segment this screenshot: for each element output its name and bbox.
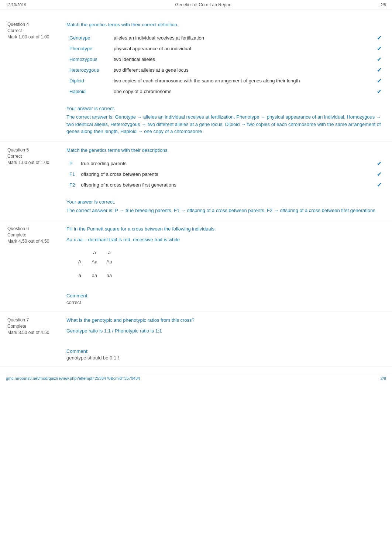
match-def: offspring of a cross between parents bbox=[78, 169, 374, 180]
q4-answer-section: Your answer is correct. The correct answ… bbox=[66, 102, 385, 135]
q5-answer-correct: Your answer is correct. bbox=[66, 199, 385, 205]
question-4-block: Question 4 Correct Mark 1.00 out of 1.00… bbox=[0, 16, 392, 141]
question-7-block: Question 7 Complete Mark 3.50 out of 4.5… bbox=[0, 311, 392, 367]
question-6-body: Fill in the Punnett square for a cross b… bbox=[63, 226, 385, 305]
punnett-cell-value: Aa bbox=[87, 257, 102, 266]
q6-comment-text: correct bbox=[66, 300, 385, 305]
table-row: Heterozygous two different alleles at a … bbox=[66, 65, 385, 75]
question-6-meta: Question 6 Complete Mark 4.50 out of 4.5… bbox=[7, 226, 63, 305]
match-def: offspring of a cross between first gener… bbox=[78, 180, 374, 190]
table-row: Phenotype physical appearance of an indi… bbox=[66, 43, 385, 54]
q4-prompt: Match the genetics terms with their corr… bbox=[66, 22, 385, 27]
table-row: Diploid two copies of each chromosome wi… bbox=[66, 75, 385, 86]
match-term: F2 bbox=[66, 180, 78, 190]
match-def: true breeding parents bbox=[78, 158, 374, 169]
q6-mark: Mark 4.50 out of 4.50 bbox=[7, 239, 63, 244]
q5-status: Correct bbox=[7, 154, 63, 159]
punnett-spacer-row bbox=[72, 267, 117, 270]
q5-match-table: P true breeding parents ✔ F1 offspring o… bbox=[66, 158, 385, 190]
question-5-body: Match the genetics terms with their desc… bbox=[63, 147, 385, 214]
question-7-body: What is the genotypic and phenotypic rat… bbox=[63, 317, 385, 361]
table-row: Homozygous two identical alleles ✔ bbox=[66, 54, 385, 65]
q6-comment-section: Comment: correct bbox=[66, 293, 385, 305]
check-icon: ✔ bbox=[374, 54, 385, 65]
q5-label: Question 5 bbox=[7, 147, 63, 153]
q4-status: Correct bbox=[7, 28, 63, 33]
main-content: Question 4 Correct Mark 1.00 out of 1.00… bbox=[0, 10, 392, 373]
punnett-header-row: aa bbox=[72, 248, 117, 257]
q7-status: Complete bbox=[7, 324, 63, 329]
q7-answer-text: Genotype ratio is 1:1 / Phenotypic ratio… bbox=[66, 328, 385, 334]
match-term: Haploid bbox=[66, 86, 111, 97]
q6-sub-prompt: Aa x aa – dominant trait is red, recessi… bbox=[66, 237, 385, 242]
page-title: Genetics of Corn Lab Report bbox=[175, 2, 232, 7]
question-4-body: Match the genetics terms with their corr… bbox=[63, 22, 385, 135]
q6-prompt: Fill in the Punnett square for a cross b… bbox=[66, 226, 385, 232]
q6-punnett-grid: aaAAaAaaaaaa bbox=[72, 248, 117, 285]
q7-prompt: What is the genotypic and phenotypic rat… bbox=[66, 317, 385, 323]
check-icon: ✔ bbox=[374, 158, 385, 169]
q6-status: Complete bbox=[7, 232, 63, 238]
match-term: Phenotype bbox=[66, 43, 111, 54]
table-row: P true breeding parents ✔ bbox=[66, 158, 385, 169]
q7-comment-section: Comment: genotype should be 0:1:! bbox=[66, 348, 385, 361]
table-row: F2 offspring of a cross between first ge… bbox=[66, 180, 385, 190]
question-5-meta: Question 5 Correct Mark 1.00 out of 1.00 bbox=[7, 147, 63, 214]
q5-explanation: The correct answer is: P → true breeding… bbox=[66, 207, 385, 214]
match-term: Homozygous bbox=[66, 54, 111, 65]
check-icon: ✔ bbox=[374, 169, 385, 180]
punnett-empty-cell bbox=[72, 248, 87, 257]
question-6-block: Question 6 Complete Mark 4.50 out of 4.5… bbox=[0, 220, 392, 311]
punnett-cell-value: aa bbox=[102, 271, 117, 280]
punnett-data-row: AAaAa bbox=[72, 257, 117, 266]
question-7-meta: Question 7 Complete Mark 3.50 out of 4.5… bbox=[7, 317, 63, 361]
punnett-col-header: a bbox=[87, 248, 102, 257]
match-def: physical appearance of an individual bbox=[111, 43, 374, 54]
check-icon: ✔ bbox=[374, 75, 385, 86]
match-term: Genotype bbox=[66, 33, 111, 43]
q5-prompt: Match the genetics terms with their desc… bbox=[66, 147, 385, 153]
table-row: Haploid one copy of a chromosome ✔ bbox=[66, 86, 385, 97]
footer-page-num: 2/8 bbox=[381, 376, 386, 381]
q6-label: Question 6 bbox=[7, 226, 63, 231]
q4-label: Question 4 bbox=[7, 22, 63, 27]
q4-answer-correct: Your answer is correct. bbox=[66, 106, 385, 111]
question-5-block: Question 5 Correct Mark 1.00 out of 1.00… bbox=[0, 141, 392, 221]
match-def: one copy of a chromosome bbox=[111, 86, 374, 97]
punnett-cell-value: Aa bbox=[102, 257, 117, 266]
q7-label: Question 7 bbox=[7, 317, 63, 323]
check-icon: ✔ bbox=[374, 33, 385, 43]
q4-match-table: Genotype alleles an individual receives … bbox=[66, 33, 385, 97]
check-icon: ✔ bbox=[374, 180, 385, 190]
check-icon: ✔ bbox=[374, 86, 385, 97]
punnett-cell-value: aa bbox=[87, 271, 102, 280]
top-bar: 12/10/2019 Genetics of Corn Lab Report 2… bbox=[0, 0, 392, 10]
q4-mark: Mark 1.00 out of 1.00 bbox=[7, 34, 63, 40]
check-icon: ✔ bbox=[374, 43, 385, 54]
footer-url[interactable]: gmc.mrooms3.net/mod/quiz/review.php?atte… bbox=[6, 376, 140, 381]
match-term: Diploid bbox=[66, 75, 111, 86]
match-def: two copies of each chromosome with the s… bbox=[111, 75, 374, 86]
top-date: 12/10/2019 bbox=[6, 3, 26, 7]
check-icon: ✔ bbox=[374, 65, 385, 75]
punnett-spacer-row bbox=[72, 280, 117, 284]
punnett-row-header: A bbox=[72, 257, 87, 266]
punnett-row-header: a bbox=[72, 271, 87, 280]
table-row: F1 offspring of a cross between parents … bbox=[66, 169, 385, 180]
match-def: alleles an individual receives at fertil… bbox=[111, 33, 374, 43]
q5-answer-section: Your answer is correct. The correct answ… bbox=[66, 195, 385, 214]
q7-comment-label: Comment: bbox=[66, 348, 385, 354]
punnett-col-header: a bbox=[102, 248, 117, 257]
match-term: F1 bbox=[66, 169, 78, 180]
q5-mark: Mark 1.00 out of 1.00 bbox=[7, 160, 63, 165]
top-page-num: 2/8 bbox=[381, 3, 386, 7]
match-def: two different alleles at a gene locus bbox=[111, 65, 374, 75]
match-term: Heterozygous bbox=[66, 65, 111, 75]
footer-bar: gmc.mrooms3.net/mod/quiz/review.php?atte… bbox=[0, 373, 392, 383]
punnett-data-row: aaaaa bbox=[72, 271, 117, 280]
table-row: Genotype alleles an individual receives … bbox=[66, 33, 385, 43]
match-term: P bbox=[66, 158, 78, 169]
q7-mark: Mark 3.50 out of 4.50 bbox=[7, 330, 63, 335]
q4-explanation: The correct answer is: Genotype → allele… bbox=[66, 113, 385, 135]
q6-comment-label: Comment: bbox=[66, 293, 385, 299]
